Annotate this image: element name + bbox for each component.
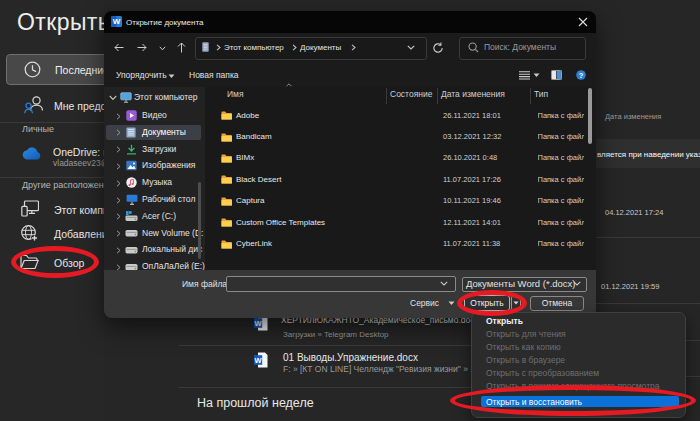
svg-text:W: W	[255, 356, 263, 365]
svg-text:?: ?	[579, 71, 584, 80]
svg-text:W: W	[255, 319, 263, 328]
svg-text:W: W	[113, 17, 121, 26]
